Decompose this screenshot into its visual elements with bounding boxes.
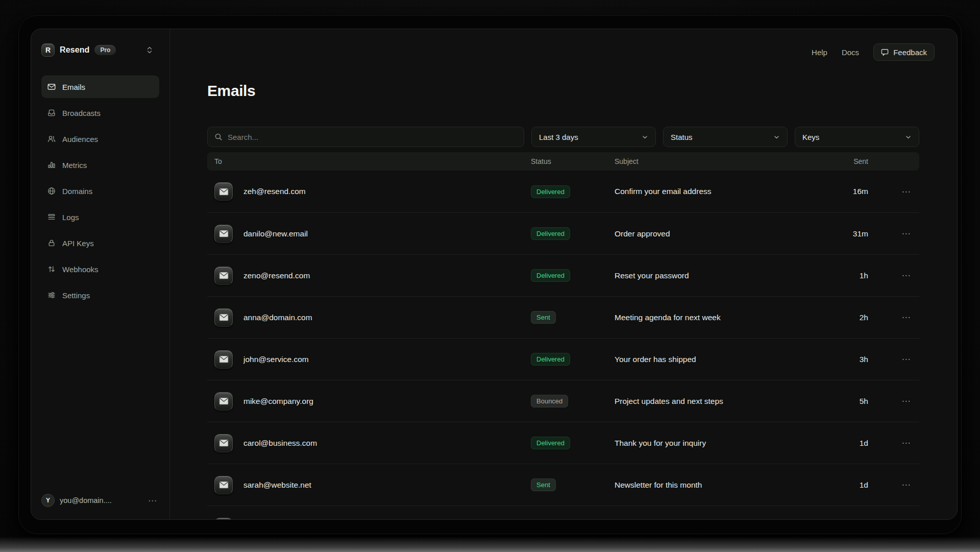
sliders-icon [47, 291, 56, 299]
keys-dropdown[interactable]: Keys [795, 127, 919, 147]
table-row[interactable]: anna@domain.com Sent Meeting agenda for … [207, 296, 919, 338]
sidebar-item-webhooks[interactable]: Webhooks [41, 258, 159, 280]
status-cell: Delivered [531, 185, 615, 198]
row-menu-button[interactable]: ⋯ [902, 187, 912, 197]
sidebar-item-label: Domains [62, 187, 92, 196]
sidebar-nav: Emails Broadcasts [41, 76, 159, 306]
table-row[interactable]: sarah@website.net Sent Newsletter for th… [207, 464, 919, 506]
bar-chart-icon [47, 161, 56, 169]
table-row[interactable]: zeno@resend.com Delivered Reset your pas… [207, 254, 919, 296]
sidebar-item-label: Webhooks [62, 265, 99, 274]
user-account-row[interactable]: Y you@domain.... ⋯ [41, 494, 159, 507]
status-cell: Delivered [531, 437, 615, 449]
recipient-email: danilo@new.email [243, 229, 308, 238]
to-cell: anna@domain.com [207, 308, 531, 327]
help-link[interactable]: Help [812, 48, 827, 57]
sidebar-item-audiences[interactable]: Audiences [41, 128, 159, 150]
sent-time: 31m [817, 229, 868, 238]
to-cell: zeh@resend.com [207, 182, 531, 201]
avatar: Y [41, 494, 55, 507]
globe-icon [47, 187, 56, 195]
sidebar: R Resend Pro Emails [31, 29, 170, 519]
table-row[interactable]: mike@company.org Bounced Project updates… [207, 380, 919, 422]
column-header-subject: Subject [615, 157, 817, 165]
email-thumbnail [214, 518, 233, 520]
email-thumbnail [214, 182, 233, 201]
email-thumbnail [214, 476, 233, 494]
resend-logo: R [41, 43, 55, 57]
chevron-up-down-icon[interactable] [146, 46, 153, 54]
filter-row: Last 3 days Status Keys [207, 127, 919, 147]
user-email: you@domain.... [60, 496, 112, 505]
sidebar-item-broadcasts[interactable]: Broadcasts [41, 102, 159, 124]
sidebar-item-domains[interactable]: Domains [41, 180, 159, 202]
date-range-dropdown[interactable]: Last 3 days [531, 127, 656, 147]
sidebar-item-label: API Keys [62, 239, 94, 248]
row-menu-button[interactable]: ⋯ [902, 480, 912, 490]
docs-link[interactable]: Docs [842, 48, 859, 57]
sidebar-item-metrics[interactable]: Metrics [41, 154, 159, 176]
email-subject: Newsletter for this month [615, 481, 817, 490]
table-row[interactable]: danilo@new.email Delivered Order approve… [207, 212, 919, 254]
sent-time: 5h [817, 397, 868, 406]
menu-cell: ⋯ [868, 312, 919, 323]
column-header-sent: Sent [817, 157, 868, 165]
sidebar-item-settings[interactable]: Settings [41, 284, 159, 306]
workspace-switcher[interactable]: R Resend Pro [41, 43, 159, 57]
app-window: R Resend Pro Emails [31, 29, 958, 520]
sidebar-item-emails[interactable]: Emails [41, 76, 159, 98]
email-table-body: zeh@resend.com Delivered Confirm your em… [207, 171, 919, 520]
sent-time: 1h [817, 271, 868, 280]
chevron-down-icon [642, 134, 648, 140]
recipient-email: anna@domain.com [243, 313, 312, 322]
search-input[interactable] [228, 133, 517, 141]
menu-cell: ⋯ [868, 479, 919, 490]
status-badge: Delivered [531, 353, 570, 366]
log-lines-icon [47, 213, 56, 221]
sidebar-item-label: Emails [62, 83, 85, 91]
email-subject: Reset your password [615, 271, 817, 280]
sent-time: 2h [817, 313, 868, 322]
sent-time: 16m [817, 187, 868, 196]
status-dropdown[interactable]: Status [663, 127, 788, 147]
status-cell: Sent [531, 478, 615, 491]
email-subject: Your order has shipped [615, 355, 817, 364]
email-thumbnail [214, 392, 233, 411]
sidebar-item-logs[interactable]: Logs [41, 206, 159, 228]
row-menu-button[interactable]: ⋯ [902, 313, 912, 322]
status-cell: Delivered [531, 227, 615, 240]
broadcast-inbox-icon [47, 109, 56, 117]
table-row[interactable]: Delivered ⋯ [207, 506, 919, 520]
menu-cell: ⋯ [868, 354, 919, 365]
topbar: Help Docs Feedback [812, 29, 935, 75]
sent-time: 1d [817, 481, 868, 490]
row-menu-button[interactable]: ⋯ [902, 229, 912, 238]
status-cell: Delivered [531, 269, 615, 282]
table-row[interactable]: zeh@resend.com Delivered Confirm your em… [207, 171, 919, 212]
row-menu-button[interactable]: ⋯ [902, 396, 912, 406]
status-badge: Delivered [531, 269, 570, 282]
email-table-header: To Status Subject Sent [207, 152, 919, 171]
sidebar-item-label: Logs [62, 213, 79, 222]
menu-cell: ⋯ [868, 438, 919, 448]
sidebar-item-label: Broadcasts [62, 109, 101, 117]
recipient-email: zeh@resend.com [243, 187, 306, 196]
recipient-email: mike@company.org [243, 397, 313, 406]
backdrop: R Resend Pro Emails [0, 0, 980, 552]
search-box[interactable] [207, 127, 524, 147]
sidebar-item-api-keys[interactable]: API Keys [41, 232, 159, 254]
search-icon [214, 133, 223, 141]
email-thumbnail [214, 267, 233, 285]
floor-reflection [0, 537, 980, 552]
table-row[interactable]: carol@business.com Delivered Thank you f… [207, 422, 919, 464]
recipient-email: zeno@resend.com [243, 271, 310, 280]
sent-time: 1d [817, 439, 868, 448]
user-menu-button[interactable]: ⋯ [148, 495, 159, 506]
feedback-button[interactable]: Feedback [873, 43, 935, 61]
table-row[interactable]: john@service.com Delivered Your order ha… [207, 338, 919, 380]
row-menu-button[interactable]: ⋯ [902, 271, 912, 280]
plan-badge: Pro [94, 45, 116, 55]
menu-cell: ⋯ [868, 186, 919, 197]
row-menu-button[interactable]: ⋯ [902, 438, 912, 448]
row-menu-button[interactable]: ⋯ [902, 354, 912, 364]
